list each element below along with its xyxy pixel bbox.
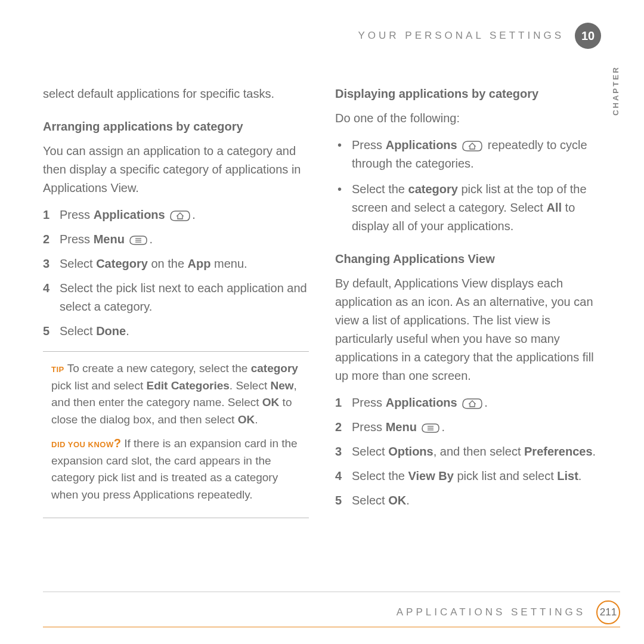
- step-number: 3: [335, 442, 352, 461]
- step-text: Select Category on the App menu.: [60, 255, 309, 273]
- did-you-know-paragraph: DID YOU KNOW? If there is an expansion c…: [51, 434, 304, 503]
- step-number: 4: [335, 467, 352, 485]
- step-number: 5: [43, 322, 60, 340]
- intro-text: select default applications for specific…: [43, 85, 309, 103]
- list-item: 5 Select Done.: [43, 322, 309, 340]
- step-number: 4: [43, 279, 60, 316]
- header-section-title: YOUR PERSONAL SETTINGS: [358, 30, 564, 42]
- list-item: 4 Select the View By pick list and selec…: [335, 467, 601, 485]
- step-text: Select the View By pick list and select …: [352, 467, 601, 485]
- list-item: 1 Press Applications .: [43, 206, 309, 224]
- displaying-intro: Do one of the following:: [335, 109, 601, 128]
- page-header: YOUR PERSONAL SETTINGS 10: [43, 23, 601, 49]
- list-item: Press Applications repeatedly to cycle t…: [335, 136, 601, 173]
- step-number: 2: [43, 230, 60, 249]
- step-number: 1: [335, 394, 352, 412]
- page-number-badge: 211: [596, 600, 620, 624]
- heading-arranging: Arranging applications by category: [43, 117, 309, 136]
- footer-section-title: APPLICATIONS SETTINGS: [397, 606, 586, 618]
- left-column: select default applications for specific…: [43, 85, 309, 518]
- changing-intro: By default, Applications View displays e…: [335, 274, 601, 385]
- bullet-icon: [335, 136, 352, 173]
- home-icon: [462, 397, 483, 411]
- home-icon: [462, 139, 483, 153]
- step-number: 3: [43, 255, 60, 273]
- changing-steps: 1 Press Applications . 2 Press Menu . 3: [335, 394, 601, 510]
- step-text: Press Applications .: [60, 206, 309, 224]
- list-item: 2 Press Menu .: [43, 230, 309, 249]
- page-content: YOUR PERSONAL SETTINGS 10 CHAPTER select…: [0, 0, 644, 644]
- step-number: 5: [335, 491, 352, 510]
- heading-changing: Changing Applications View: [335, 250, 601, 268]
- heading-displaying: Displaying applications by category: [335, 85, 601, 103]
- side-chapter-label: CHAPTER: [611, 66, 620, 116]
- question-mark-icon: ?: [114, 436, 121, 450]
- list-item: 1 Press Applications .: [335, 394, 601, 412]
- displaying-bullets: Press Applications repeatedly to cycle t…: [335, 136, 601, 236]
- step-text: Press Menu .: [60, 230, 309, 249]
- step-text: Select the pick list next to each applic…: [60, 279, 309, 316]
- menu-icon: [421, 422, 440, 435]
- content-columns: select default applications for specific…: [43, 85, 601, 518]
- bullet-text: Select the category pick list at the top…: [352, 180, 601, 236]
- list-item: 5 Select OK.: [335, 491, 601, 510]
- tip-label: TIP: [51, 365, 64, 374]
- tip-paragraph: TIP To create a new category, select the…: [51, 360, 304, 428]
- chapter-number-badge: 10: [575, 23, 601, 49]
- list-item: 4 Select the pick list next to each appl…: [43, 279, 309, 316]
- bullet-text: Press Applications repeatedly to cycle t…: [352, 136, 601, 173]
- list-item: 3 Select Category on the App menu.: [43, 255, 309, 273]
- step-text: Select Done.: [60, 322, 309, 340]
- step-text: Press Applications .: [352, 394, 601, 412]
- right-column: Displaying applications by category Do o…: [335, 85, 601, 518]
- arranging-intro: You can assign an application to a categ…: [43, 142, 309, 197]
- step-number: 1: [43, 206, 60, 224]
- list-item: 3 Select Options, and then select Prefer…: [335, 442, 601, 461]
- step-text: Select Options, and then select Preferen…: [352, 442, 601, 461]
- list-item: Select the category pick list at the top…: [335, 180, 601, 236]
- menu-icon: [129, 234, 148, 247]
- step-text: Press Menu .: [352, 418, 601, 436]
- dyk-label: DID YOU KNOW: [51, 440, 114, 449]
- page-footer: APPLICATIONS SETTINGS 211: [43, 592, 620, 627]
- step-text: Select OK.: [352, 491, 601, 510]
- step-number: 2: [335, 418, 352, 436]
- home-icon: [169, 209, 191, 223]
- tip-box: TIP To create a new category, select the…: [43, 351, 309, 518]
- arranging-steps: 1 Press Applications . 2 Press Menu . 3: [43, 206, 309, 340]
- bullet-icon: [335, 180, 352, 236]
- list-item: 2 Press Menu .: [335, 418, 601, 436]
